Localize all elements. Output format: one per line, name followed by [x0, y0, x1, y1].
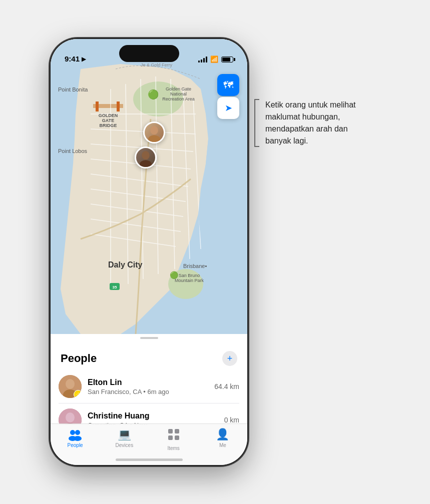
person-info-christine: Christine Huang Cupertino, CA • Now — [88, 412, 218, 426]
phone-wrapper: 9:41 ▶ 📶 — [51, 39, 379, 465]
items-tab-icon — [167, 428, 180, 444]
map-controls: 🗺 ➤ — [217, 74, 239, 119]
park-icon-gg: 🟢 — [148, 89, 159, 100]
svg-point-41 — [75, 430, 80, 435]
map-area[interactable]: 35 Je & Gold Ferry Point Bonita GOLDEN G… — [51, 39, 247, 334]
person-name-christine: Christine Huang — [88, 412, 218, 420]
svg-rect-47 — [175, 436, 179, 440]
svg-point-28 — [148, 135, 160, 144]
status-icons: 📶 — [198, 56, 233, 63]
sheet-header: People + — [59, 343, 239, 370]
bracket-top — [254, 99, 259, 100]
tab-people-label: People — [68, 442, 83, 448]
tab-items-label: Items — [167, 446, 179, 451]
map-label-national-rec: Golden GateNationalRecreation Area — [160, 86, 197, 102]
tab-devices[interactable]: 💻 Devices — [100, 428, 149, 448]
phone-frame: 9:41 ▶ 📶 — [51, 39, 247, 465]
svg-rect-46 — [168, 436, 173, 440]
person-name-elton: Elton Lin — [88, 378, 208, 387]
location-icon: ▶ — [82, 56, 86, 62]
star-badge-elton: ⭐ — [74, 390, 82, 398]
tab-me-label: Me — [219, 442, 226, 448]
status-time: 9:41 — [65, 54, 80, 63]
svg-rect-6 — [117, 102, 120, 112]
people-sheet: People + ⭐ Elton Lin — [51, 343, 247, 425]
people-tab-icon — [68, 428, 83, 441]
map-label-point-lobos: Point Lobos — [58, 148, 87, 154]
wifi-icon: 📶 — [210, 56, 218, 63]
svg-rect-45 — [175, 429, 179, 434]
svg-point-32 — [66, 379, 75, 389]
svg-point-29 — [142, 151, 150, 160]
map-pin-orkun[interactable] — [135, 146, 157, 168]
add-person-button[interactable]: + — [222, 351, 237, 366]
annotation-text: Ketik orang untuk melihat maklumat hubun… — [259, 99, 356, 147]
sheet-title: People — [61, 352, 97, 365]
svg-rect-44 — [168, 429, 173, 434]
map-label-daly-city: Daly City — [108, 260, 142, 270]
devices-tab-icon: 💻 — [118, 428, 131, 441]
map-label-point-bonita: Point Bonita — [58, 86, 88, 92]
dynamic-island — [119, 45, 179, 62]
me-tab-icon: 👤 — [216, 428, 229, 441]
bracket-bottom — [254, 146, 259, 147]
signal-bars-icon — [198, 56, 207, 62]
tab-devices-label: Devices — [116, 442, 134, 448]
svg-point-27 — [150, 126, 158, 134]
tab-me[interactable]: 👤 Me — [198, 428, 247, 448]
park-icon-sb: 🟢 — [170, 271, 178, 279]
location-button[interactable]: ➤ — [217, 97, 239, 119]
person-location-elton: San Francisco, CA • 6m ago — [88, 388, 208, 396]
svg-point-35 — [66, 412, 75, 422]
person-item-elton[interactable]: ⭐ Elton Lin San Francisco, CA • 6m ago 6… — [59, 370, 239, 404]
svg-rect-5 — [96, 102, 99, 112]
person-distance-christine: 0 km — [224, 416, 239, 424]
tab-people[interactable]: People — [51, 428, 100, 448]
map-label-brisbane: Brisbane• — [183, 263, 207, 269]
person-item-christine[interactable]: Christine Huang Cupertino, CA • Now 0 km — [59, 404, 239, 425]
person-distance-elton: 64.4 km — [214, 382, 239, 390]
person-info-elton: Elton Lin San Francisco, CA • 6m ago — [88, 378, 208, 396]
bracket-line — [254, 99, 255, 147]
avatar-christine — [59, 408, 82, 425]
tab-items[interactable]: Items — [149, 428, 198, 451]
svg-point-30 — [140, 160, 152, 168]
battery-icon — [221, 56, 233, 62]
svg-point-40 — [70, 430, 75, 435]
annotation-area: Ketik orang untuk melihat maklumat hubun… — [259, 99, 379, 147]
map-pin-elton[interactable] — [143, 122, 165, 144]
svg-text:35: 35 — [113, 285, 117, 290]
svg-point-43 — [74, 436, 82, 441]
sheet-handle[interactable] — [140, 337, 158, 339]
map-view-button[interactable]: 🗺 — [217, 74, 239, 96]
home-indicator — [116, 458, 183, 461]
avatar-elton: ⭐ — [59, 375, 82, 398]
map-label-bridge: GOLDEN GATEBRIDGE — [93, 113, 123, 128]
